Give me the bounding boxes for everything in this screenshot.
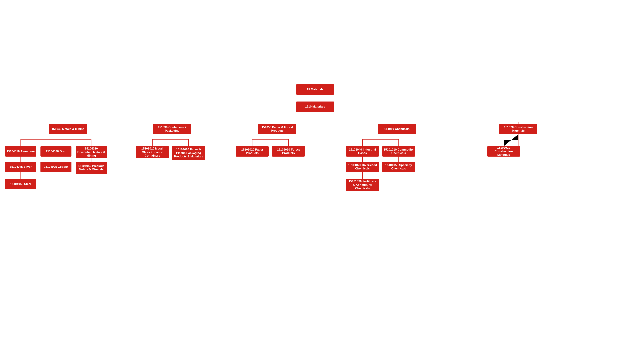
node-l3_15103020: 15103020 Paper & Plastic Packaging Produ… [172,146,205,160]
connector-lines [0,0,644,362]
node-l3_15101010: 15101010 Commodity Chemicals [382,146,415,157]
node-l2_151010: 151010 Chemicals [378,124,416,134]
node-l3_15102010: 15102010 Construction Materials [487,146,520,157]
node-l3_15101030: 15101030 Fertilizers & Agricultural Chem… [346,179,379,191]
node-l3_15104020: 15104020 Diversified Metals & Mining [76,146,107,158]
node-l3_15104025: 15104025 Copper [40,162,72,172]
node-l3_15104010: 15104010 Aluminum [5,146,36,157]
node-l3_15105010: 15105010 Forest Products [272,146,305,157]
node-l3_15104045: 15104045 Silver [5,162,36,172]
node-l2_151030: 151030 Containers & Packaging [153,124,191,134]
node-l3_15103010: 15103010 Metal, Glass & Plastic Containe… [136,146,169,158]
chart-container: 15 Materials1510 Materials151040 Metals … [0,0,644,362]
node-l2_151040: 151040 Metals & Mining [49,124,87,134]
node-l3_15104040: 15104040 Precious Metals & Minerals [76,162,107,174]
node-l2_151050: 151050 Paper & Forest Products [258,124,296,134]
node-l2_151020: 151020 Construction Materials [499,124,537,134]
node-l1_1510: 1510 Materials [296,101,334,112]
node-root: 15 Materials [296,84,334,95]
node-l3_15104050: 15104050 Steel [5,179,36,189]
node-l3_15101020: 15101020 Diversified Chemicals [346,162,379,172]
node-l3_15105020: 15105020 Paper Products [236,146,268,157]
node-l3_15101050: 15101050 Specialty Chemicals [382,162,415,172]
node-l3_15101040: 15101040 Industrial Gases [346,146,379,157]
node-l3_15104030: 15104030 Gold [40,146,72,157]
